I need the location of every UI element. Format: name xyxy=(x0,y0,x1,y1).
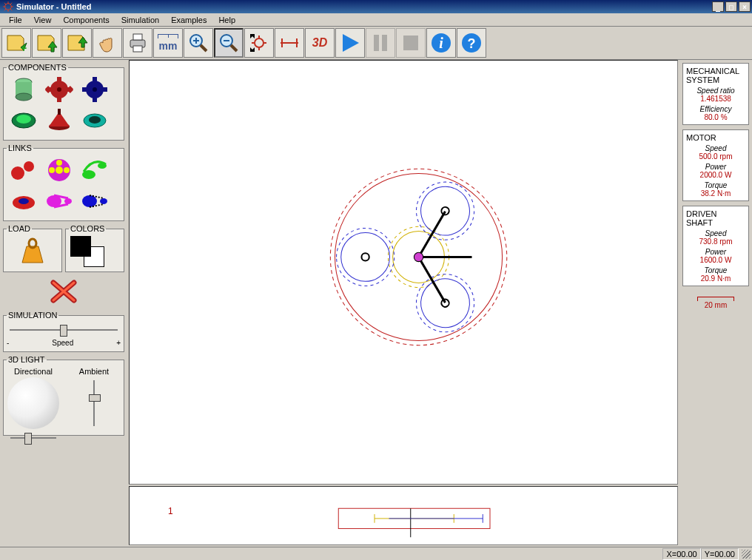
directional-label: Directional xyxy=(14,367,53,376)
motor-speed-label: Speed xyxy=(686,144,745,152)
zoom-out-button[interactable] xyxy=(214,28,244,58)
svg-point-76 xyxy=(100,198,107,204)
driven-speed-value: 730.8 rpm xyxy=(686,237,745,246)
efficiency-value: 80.0 % xyxy=(686,113,745,121)
svg-point-20 xyxy=(255,38,263,47)
menu-components[interactable]: Components xyxy=(57,15,115,25)
delete-button[interactable] xyxy=(3,275,124,308)
svg-point-89 xyxy=(440,298,451,308)
link-disc-redblue[interactable] xyxy=(7,186,41,216)
dimension-button[interactable] xyxy=(275,28,304,58)
components-palette: COMPONENTS xyxy=(3,63,124,141)
scale-bar: 20 mm xyxy=(682,297,749,309)
svg-line-18 xyxy=(231,45,237,51)
speedratio-value: 1.461538 xyxy=(686,95,745,103)
timeline-index: 1 xyxy=(168,506,173,516)
close-button[interactable]: × xyxy=(739,1,751,12)
colors-title: COLORS xyxy=(69,224,106,233)
links-title: LINKS xyxy=(7,144,33,152)
timeline[interactable]: 1 xyxy=(129,486,678,545)
svg-text:?: ? xyxy=(468,36,476,51)
pause-button[interactable] xyxy=(366,28,395,58)
motor-power-label: Power xyxy=(686,163,745,171)
link-chain[interactable] xyxy=(78,186,112,216)
driven-power-value: 1600.0 W xyxy=(686,256,745,264)
load-weight[interactable] xyxy=(7,236,58,266)
colors-box: COLORS xyxy=(65,224,124,272)
svg-point-86 xyxy=(440,206,451,216)
new-button[interactable]: + xyxy=(1,28,31,58)
play-button[interactable] xyxy=(335,28,365,58)
component-cylinder[interactable] xyxy=(7,75,41,104)
load-title: LOAD xyxy=(7,224,32,233)
menu-examples[interactable]: Examples xyxy=(165,15,212,25)
color-swatch[interactable] xyxy=(69,236,106,267)
menubar: File View Components Simulation Examples… xyxy=(0,13,752,27)
svg-point-70 xyxy=(19,198,29,204)
print-button[interactable] xyxy=(123,28,152,58)
link-belt-magenta[interactable] xyxy=(42,186,76,216)
svg-line-7 xyxy=(4,9,7,11)
statusbar: X=00.00 Y=00.00 xyxy=(0,547,752,560)
link-belt-green[interactable] xyxy=(78,155,112,185)
driven-torque-label: Torque xyxy=(686,266,745,274)
pan-button[interactable] xyxy=(93,28,122,58)
open-button[interactable] xyxy=(32,28,61,58)
zoom-in-button[interactable] xyxy=(184,28,213,58)
help-button[interactable]: ? xyxy=(457,28,486,58)
left-panel: COMPONENTS LINKS LOAD xyxy=(0,60,127,547)
canvas[interactable] xyxy=(129,60,678,485)
units-button[interactable]: mm xyxy=(153,28,183,58)
efficiency-label: Efficiency xyxy=(686,105,745,113)
components-title: COMPONENTS xyxy=(7,63,68,72)
save-button[interactable] xyxy=(62,28,92,58)
svg-point-75 xyxy=(82,195,97,207)
menu-view[interactable]: View xyxy=(28,15,58,25)
directional-sphere[interactable] xyxy=(7,377,59,429)
driven-torque-value: 20.9 N·m xyxy=(686,274,745,283)
svg-point-60 xyxy=(11,166,24,180)
svg-rect-50 xyxy=(93,98,97,102)
fit-view-button[interactable] xyxy=(244,28,274,58)
maximize-button[interactable]: □ xyxy=(725,1,737,12)
component-gear-blue[interactable] xyxy=(78,75,112,104)
menu-help[interactable]: Help xyxy=(212,15,241,25)
motor-power-value: 2000.0 W xyxy=(686,171,745,179)
svg-point-96 xyxy=(414,252,423,261)
svg-line-94 xyxy=(419,257,446,303)
svg-rect-30 xyxy=(403,36,418,50)
link-gears-red[interactable] xyxy=(7,155,41,185)
motor-box: MOTOR Speed 500.0 rpm Power 2000.0 W Tor… xyxy=(682,129,749,201)
svg-point-92 xyxy=(361,253,369,260)
3d-button[interactable]: 3D xyxy=(305,28,335,58)
info-button[interactable]: i xyxy=(426,28,456,58)
svg-rect-29 xyxy=(382,35,387,51)
menu-simulation[interactable]: Simulation xyxy=(115,15,165,25)
component-ring-green[interactable] xyxy=(7,106,41,135)
svg-rect-51 xyxy=(82,87,87,92)
simulation-title: SIMULATION xyxy=(7,311,58,320)
svg-line-14 xyxy=(201,45,207,51)
menu-file[interactable]: File xyxy=(3,15,28,25)
motor-title: MOTOR xyxy=(686,133,745,142)
motor-torque-value: 38.2 N·m xyxy=(686,189,745,198)
app-icon xyxy=(3,1,13,12)
minimize-button[interactable]: _ xyxy=(712,1,724,12)
svg-point-65 xyxy=(64,167,70,173)
resize-grip[interactable] xyxy=(742,550,751,559)
component-cone-red[interactable] xyxy=(42,106,76,135)
mech-title: MECHANICAL SYSTEM xyxy=(686,67,745,84)
link-planetary[interactable] xyxy=(42,155,76,185)
svg-point-61 xyxy=(24,161,34,172)
speed-slider[interactable] xyxy=(7,323,121,337)
ambient-slider[interactable] xyxy=(87,377,101,429)
svg-rect-52 xyxy=(103,87,107,92)
svg-point-55 xyxy=(16,115,31,124)
component-gear-red[interactable] xyxy=(42,75,76,104)
driven-speed-label: Speed xyxy=(686,229,745,237)
svg-rect-11 xyxy=(133,34,142,40)
component-ring-teal[interactable] xyxy=(78,106,112,135)
stop-button[interactable] xyxy=(396,28,426,58)
foreground-color-swatch[interactable] xyxy=(70,236,91,257)
driven-power-label: Power xyxy=(686,248,745,256)
